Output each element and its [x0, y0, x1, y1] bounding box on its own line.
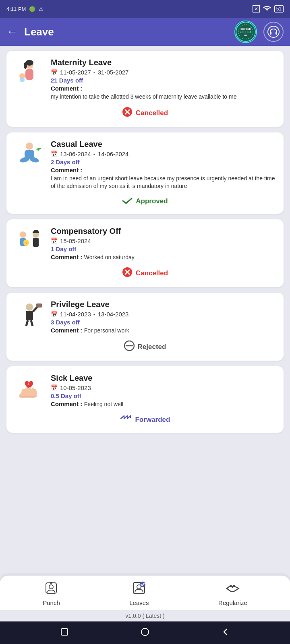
- sick-body: Sick Leave 📅 10-05-2023 0.5 Day off Comm…: [51, 374, 277, 409]
- svg-rect-29: [34, 230, 38, 233]
- svg-point-12: [24, 62, 27, 69]
- compensatory-dates: 📅 15-05-2024: [51, 237, 277, 244]
- sick-days: 0.5 Day off: [51, 392, 277, 399]
- svg-point-22: [20, 231, 26, 238]
- svg-rect-10: [25, 69, 33, 80]
- svg-point-18: [26, 142, 33, 150]
- svg-text:HR: HR: [244, 34, 247, 37]
- battery-icon: 51: [274, 5, 284, 12]
- svg-rect-27: [33, 238, 39, 247]
- privilege-icon: [13, 300, 45, 332]
- bottom-navigation: Punch Leaves Regularize: [0, 576, 290, 610]
- warning-icon: ⚠: [39, 6, 44, 12]
- privilege-dates: 📅 11-04-2023 - 13-04-2023: [51, 311, 277, 318]
- maternity-type: Maternity Leave: [51, 58, 277, 67]
- sick-comment-label: Comment : Feeling not well: [51, 400, 277, 409]
- casual-days: 2 Days off: [51, 159, 277, 165]
- compensatory-type: Compensatory Off: [51, 227, 277, 236]
- svg-line-37: [26, 320, 28, 326]
- privilege-comment: For personal work: [84, 327, 129, 334]
- sick-comment: Feeling not well: [84, 401, 123, 407]
- regularize-nav-label: Regularize: [218, 599, 247, 606]
- privilege-days: 3 Days off: [51, 319, 277, 326]
- wifi-icon: [263, 6, 271, 12]
- svg-rect-49: [50, 582, 52, 584]
- svg-rect-42: [22, 389, 25, 394]
- svg-point-48: [49, 585, 53, 589]
- privilege-comment-label: Comment : For personal work: [51, 327, 277, 335]
- maternity-dates: 📅 11-05-2027 - 31-05-2027: [51, 69, 277, 76]
- maternity-days: 21 Days off: [51, 77, 277, 84]
- data-icon: 🟢: [29, 6, 35, 12]
- maternity-body: Maternity Leave 📅 11-05-2027 - 31-05-202…: [51, 58, 277, 101]
- maternity-icon: [13, 58, 45, 90]
- android-navigation: [0, 621, 290, 644]
- svg-rect-43: [25, 388, 28, 394]
- leaves-nav-label: Leaves: [129, 599, 149, 606]
- casual-comment: I am in need of an urgent short leave be…: [51, 175, 277, 190]
- sick-icon: +: [13, 374, 45, 406]
- sick-type: Sick Leave: [51, 374, 277, 383]
- punch-nav-label: Punch: [43, 599, 60, 606]
- privilege-status: Rejected: [13, 341, 277, 353]
- company-logo: BEYOND ZEEHRA HR: [234, 21, 257, 43]
- leave-card-casual: Casual Leave 📅 13-06-2024 - 14-06-2024 2…: [6, 132, 284, 214]
- privilege-body: Privilege Leave 📅 11-04-2023 - 13-04-202…: [51, 300, 277, 335]
- svg-text:BEYOND: BEYOND: [240, 28, 251, 30]
- compensatory-comment-label: Comment : Worked on saturday: [51, 254, 277, 262]
- regularize-nav-icon: [226, 581, 240, 598]
- leave-card-sick: + Sick Leave 📅 10-05-2023: [6, 366, 284, 433]
- cancelled-icon-2: [122, 267, 133, 280]
- svg-rect-8: [276, 32, 277, 35]
- sick-status: Forwarded: [13, 414, 277, 425]
- casual-icon: [13, 140, 45, 172]
- svg-point-6: [268, 26, 279, 37]
- leave-card-compensatory: $ Compensatory Off 📅 15-05-2024 1 Day of…: [6, 219, 284, 287]
- svg-rect-14: [20, 78, 25, 82]
- svg-rect-34: [26, 311, 33, 320]
- svg-line-38: [31, 320, 33, 326]
- compensatory-comment: Worked on saturday: [84, 254, 135, 260]
- cancelled-icon: [122, 107, 133, 120]
- version-info: v1.0.0 ( Latest ): [0, 610, 290, 621]
- android-square-btn[interactable]: [60, 628, 68, 638]
- casual-type: Casual Leave: [51, 140, 277, 149]
- status-right: ✕ 51: [253, 5, 284, 12]
- nav-regularize[interactable]: Regularize: [218, 581, 247, 606]
- privilege-type: Privilege Leave: [51, 300, 277, 309]
- svg-rect-44: [29, 387, 31, 394]
- android-home-btn[interactable]: [141, 627, 149, 638]
- svg-text:$: $: [25, 241, 27, 245]
- approved-icon: [122, 196, 133, 206]
- back-button[interactable]: ←: [6, 25, 18, 38]
- x-icon: ✕: [253, 5, 260, 12]
- forwarded-icon: [120, 414, 132, 425]
- status-bar: 4:11 PM 🟢 ⚠ ✕ 51: [0, 0, 290, 18]
- maternity-status: Cancelled: [13, 107, 277, 120]
- calendar-icon-4: 📅: [51, 311, 58, 318]
- maternity-comment: my intention to take the allotted 3 week…: [51, 93, 277, 101]
- compensatory-body: Compensatory Off 📅 15-05-2024 1 Day off …: [51, 227, 277, 262]
- header: ← Leave BEYOND ZEEHRA HR: [0, 18, 290, 46]
- nav-leaves[interactable]: Leaves: [129, 581, 149, 606]
- svg-point-33: [26, 303, 33, 311]
- maternity-comment-label: Comment :: [51, 85, 277, 92]
- svg-rect-53: [61, 629, 68, 635]
- status-left: 4:11 PM 🟢 ⚠: [6, 6, 44, 12]
- sick-dates: 📅 10-05-2023: [51, 384, 277, 391]
- leaves-nav-icon: [132, 581, 146, 598]
- calendar-icon-2: 📅: [51, 151, 58, 157]
- svg-text:+: +: [27, 382, 29, 386]
- time-display: 4:11 PM: [6, 6, 26, 12]
- support-button[interactable]: [263, 22, 284, 42]
- nav-punch[interactable]: Punch: [43, 581, 60, 606]
- rejected-icon: [124, 341, 135, 353]
- svg-point-0: [266, 10, 267, 11]
- calendar-icon-3: 📅: [51, 237, 58, 244]
- calendar-icon-5: 📅: [51, 384, 58, 391]
- android-back-btn[interactable]: [222, 628, 230, 638]
- punch-nav-icon: [44, 581, 58, 598]
- casual-status: Approved: [13, 196, 277, 206]
- leave-card-privilege: Privilege Leave 📅 11-04-2023 - 13-04-202…: [6, 293, 284, 361]
- calendar-icon: 📅: [51, 69, 58, 76]
